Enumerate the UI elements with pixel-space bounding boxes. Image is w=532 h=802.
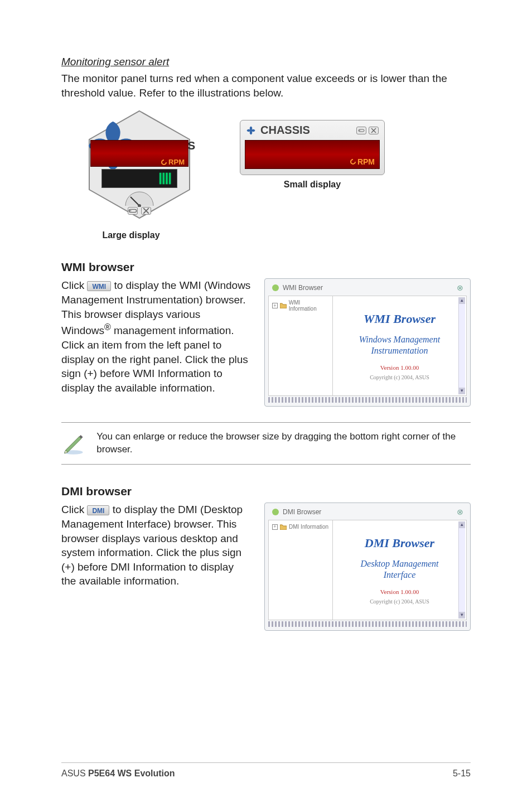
wmi-main-panel: WMI Browser Windows Management Instrumen… — [333, 296, 466, 395]
wmi-sub1: Windows Management — [359, 335, 440, 344]
gauge-row: CHASSIS RPM — [61, 109, 471, 240]
footer-brand: ASUS — [61, 769, 88, 778]
scroll-up-icon[interactable]: ▴ — [459, 297, 465, 304]
dmi-copyright: Copyright (c) 2004, ASUS — [370, 598, 429, 605]
scroll-down-icon[interactable]: ▾ — [459, 612, 465, 619]
scrollbar[interactable]: ▴ ▾ — [458, 521, 465, 619]
dmi-tree-label: DMI Information — [289, 524, 328, 530]
page-footer: ASUS P5E64 WS Evolution 5-15 — [61, 762, 471, 779]
rpm-unit-small: RPM — [357, 157, 375, 166]
wmi-tree-panel[interactable]: + WMI Information — [269, 296, 333, 395]
mode-icon[interactable] — [128, 207, 138, 215]
wmi-main-title: WMI Browser — [364, 312, 436, 326]
fan-icon — [246, 125, 256, 136]
wmi-sub2: Instrumentation — [371, 346, 428, 355]
dmi-text-b: to display the DMI (Desktop Management I… — [61, 504, 243, 587]
svg-point-19 — [272, 509, 279, 515]
window-icon — [272, 508, 279, 516]
alert-body: The monitor panel turns red when a compo… — [61, 71, 471, 100]
scroll-down-icon[interactable]: ▾ — [459, 388, 465, 394]
dmi-version: Version 1.00.00 — [380, 588, 419, 595]
chassis-large-gauge: CHASSIS RPM — [84, 109, 201, 226]
dmi-section: Click DMI to display the DMI (Desktop Ma… — [61, 503, 471, 631]
dmi-button[interactable]: DMI — [87, 505, 109, 515]
dmi-tree-panel[interactable]: + DMI Information — [269, 520, 333, 620]
dial-icon — [123, 190, 156, 207]
tree-expand-icon[interactable]: + — [272, 524, 278, 530]
window-close-icon[interactable]: ⊗ — [457, 508, 463, 516]
dmi-text-a: Click — [61, 504, 87, 515]
svg-rect-5 — [169, 173, 171, 185]
gauge-red-panel: RPM — [90, 140, 188, 167]
window-close-icon[interactable]: ⊗ — [457, 283, 463, 292]
reg-mark: ® — [104, 322, 111, 332]
dmi-main-panel: DMI Browser Desktop Management Interface… — [333, 520, 466, 620]
dmi-main-title: DMI Browser — [365, 536, 434, 550]
speedometer-icon — [102, 170, 177, 187]
footer-page: 5-15 — [453, 769, 471, 779]
dmi-sub1: Desktop Management — [361, 559, 439, 568]
pencil-note-icon — [61, 431, 85, 456]
dmi-text: Click DMI to display the DMI (Desktop Ma… — [61, 503, 251, 588]
wmi-browser-window: WMI Browser ⊗ + WMI Information WMI Brow… — [264, 278, 471, 407]
close-icon[interactable] — [369, 127, 379, 134]
monitoring-alert-section: Monitoring sensor alert The monitor pane… — [61, 56, 471, 240]
resize-grip[interactable] — [268, 397, 467, 403]
dmi-heading: DMI browser — [61, 485, 471, 498]
svg-rect-3 — [162, 173, 165, 185]
scroll-up-icon[interactable]: ▴ — [459, 521, 465, 528]
cycle-icon — [350, 158, 356, 165]
dmi-sub2: Interface — [384, 570, 416, 579]
wmi-tree-label: WMI Information — [289, 299, 329, 312]
wmi-section: Click WMI to display the WMI (Windows Ma… — [61, 278, 471, 407]
wmi-window-title: WMI Browser — [283, 284, 323, 292]
wmi-text-a: Click — [61, 279, 87, 291]
wmi-copyright: Copyright (c) 2004, ASUS — [370, 374, 429, 380]
small-caption: Small display — [284, 180, 341, 190]
wmi-heading: WMI browser — [61, 260, 471, 274]
gauge-dark-panel — [101, 169, 177, 188]
footer-model-name: P5E64 WS Evolution — [88, 769, 175, 778]
dmi-window-title: DMI Browser — [283, 508, 321, 516]
note-text: You can enlarge or reduce the browser si… — [96, 431, 471, 456]
tree-expand-icon[interactable]: + — [272, 303, 278, 308]
small-gauge-column: CHASSIS RPM — [240, 120, 385, 190]
svg-rect-4 — [166, 173, 168, 185]
resize-grip[interactable] — [268, 621, 467, 627]
window-icon — [272, 284, 279, 292]
rpm-unit: RPM — [168, 158, 185, 166]
footer-model: ASUS P5E64 WS Evolution — [61, 769, 175, 779]
alert-heading: Monitoring sensor alert — [61, 56, 471, 68]
wmi-button[interactable]: WMI — [87, 281, 111, 291]
small-panel-body: RPM — [245, 140, 380, 169]
folder-icon — [280, 524, 287, 530]
large-gauge-column: CHASSIS RPM — [61, 109, 201, 240]
cycle-icon — [161, 159, 167, 166]
mode-icon[interactable] — [356, 127, 366, 134]
chassis-small-panel: CHASSIS RPM — [240, 120, 385, 175]
svg-point-17 — [272, 284, 279, 291]
note-box: You can enlarge or reduce the browser si… — [61, 422, 471, 465]
dmi-browser-window: DMI Browser ⊗ + DMI Information DMI Brow… — [264, 503, 471, 631]
scrollbar[interactable]: ▴ ▾ — [458, 297, 465, 394]
chassis-label-small: CHASSIS — [260, 124, 310, 137]
folder-icon — [280, 303, 287, 308]
wmi-text: Click WMI to display the WMI (Windows Ma… — [61, 278, 251, 395]
svg-rect-2 — [159, 173, 162, 185]
wmi-version: Version 1.00.00 — [380, 364, 419, 371]
large-caption: Large display — [102, 230, 159, 240]
close-icon[interactable] — [141, 207, 151, 215]
